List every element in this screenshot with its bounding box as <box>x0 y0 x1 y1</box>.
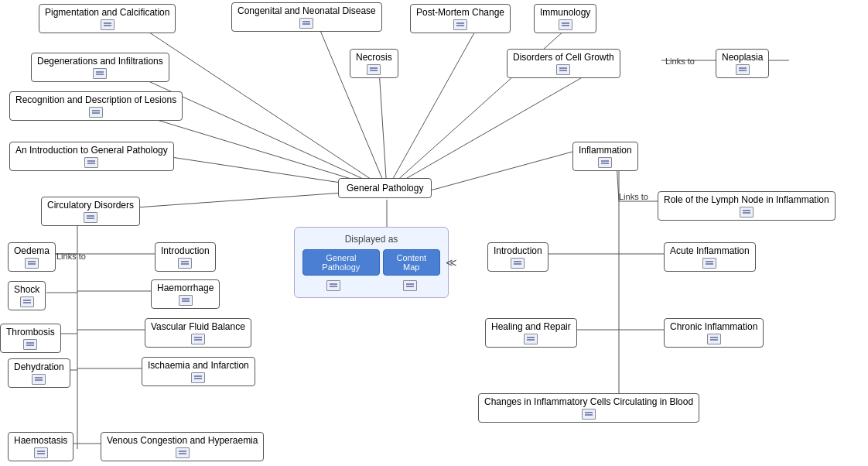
doc-icon-acute-inflam <box>702 258 716 269</box>
node-changes-inflam[interactable]: Changes in Inflammatory Cells Circulatin… <box>478 393 699 423</box>
node-haemorrhage[interactable]: Haemorrhage <box>151 279 220 309</box>
node-role-lymph[interactable]: Role of the Lymph Node in Inflammation <box>658 191 836 221</box>
doc-icon-chronic-inflam <box>707 334 721 344</box>
node-healing[interactable]: Healing and Repair <box>485 318 577 348</box>
node-circulatory[interactable]: Circulatory Disorders <box>41 197 140 226</box>
links-to-label-2: Links to <box>619 192 648 201</box>
collapse-arrow[interactable]: ≪ <box>446 256 457 269</box>
doc-icon-oedema <box>25 258 39 269</box>
doc-icon-disorders-cell <box>556 64 570 75</box>
node-venous[interactable]: Venous Congestion and Hyperaemia <box>101 432 264 461</box>
doc-icon-pigmentation <box>101 19 114 30</box>
node-postmortem[interactable]: Post-Mortem Change <box>410 4 511 33</box>
doc-icon-haemorrhage <box>179 295 193 306</box>
svg-line-5 <box>379 70 387 190</box>
doc-icon-intro-inflam <box>511 258 525 269</box>
doc-icon-shock <box>20 296 34 307</box>
node-oedema[interactable]: Oedema <box>8 242 56 272</box>
mindmap-canvas: Pigmentation and Calcification Congenita… <box>0 0 868 466</box>
node-haemostasis[interactable]: Haemostasis <box>8 432 73 461</box>
node-recognition[interactable]: Recognition and Description of Lesions <box>9 91 183 121</box>
node-neoplasia[interactable]: Neoplasia <box>716 49 769 78</box>
node-congenital[interactable]: Congenital and Neonatal Disease <box>231 2 382 32</box>
svg-line-2 <box>387 23 480 190</box>
node-chronic-inflam[interactable]: Chronic Inflammation <box>664 318 764 348</box>
node-degenerations[interactable]: Degenerations and Infiltrations <box>31 53 169 82</box>
display-buttons: General Pathology Content Map <box>302 249 440 276</box>
doc-icon-role-lymph <box>740 207 754 218</box>
doc-icon-dehydration <box>32 374 46 385</box>
doc-icon-congenital <box>299 18 313 29</box>
doc-icon-haemostasis <box>34 447 48 458</box>
node-intro-inflam[interactable]: Introduction <box>487 242 548 272</box>
node-pigmentation[interactable]: Pigmentation and Calcification <box>39 4 176 33</box>
doc-icon-intro-circ <box>178 258 192 269</box>
display-title: Displayed as <box>302 234 440 245</box>
doc-icon-display1 <box>326 280 340 291</box>
node-intro-gp[interactable]: An Introduction to General Pathology <box>9 142 174 171</box>
display-box: Displayed as General Pathology Content M… <box>294 227 449 298</box>
doc-icon-intro-gp <box>84 157 98 168</box>
svg-line-9 <box>433 152 572 190</box>
svg-line-10 <box>387 70 596 190</box>
doc-icon-inflammation <box>598 157 612 168</box>
node-immunology[interactable]: Immunology <box>534 4 596 33</box>
node-disorders-cell[interactable]: Disorders of Cell Growth <box>507 49 620 78</box>
doc-icon-venous <box>176 447 190 458</box>
doc-icon-vascular <box>191 334 205 344</box>
node-ischaemia[interactable]: Ischaemia and Infarction <box>142 357 255 386</box>
node-thrombosis[interactable]: Thrombosis <box>0 324 61 353</box>
doc-icon-necrosis <box>367 64 381 75</box>
doc-icon-thrombosis <box>23 339 37 350</box>
links-to-label-circ: Links to <box>56 252 86 261</box>
doc-icon-neoplasia <box>736 64 750 75</box>
node-acute-inflam[interactable]: Acute Inflammation <box>664 242 756 272</box>
doc-icon-circulatory <box>84 212 97 223</box>
node-inflammation[interactable]: Inflammation <box>572 142 638 171</box>
doc-icon-degenerations <box>93 68 107 79</box>
btn-general-pathology[interactable]: General Pathology <box>302 249 380 276</box>
doc-icon-immunology <box>559 19 572 30</box>
btn-content-map[interactable]: Content Map <box>383 249 440 276</box>
doc-icon-healing <box>524 334 538 344</box>
links-to-neoplasia: Links to <box>665 57 695 66</box>
node-necrosis[interactable]: Necrosis <box>350 49 398 78</box>
doc-icon-changes-inflam <box>582 409 596 420</box>
node-general-pathology-center[interactable]: General Pathology <box>338 178 432 198</box>
doc-icon-display2 <box>403 280 417 291</box>
doc-icon-recognition <box>89 107 103 118</box>
node-shock[interactable]: Shock <box>8 281 46 310</box>
node-intro-circ[interactable]: Introduction <box>155 242 216 272</box>
node-dehydration[interactable]: Dehydration <box>8 358 70 388</box>
node-vascular[interactable]: Vascular Fluid Balance <box>145 318 251 348</box>
doc-icon-postmortem <box>453 19 467 30</box>
doc-icon-ischaemia <box>191 372 205 383</box>
